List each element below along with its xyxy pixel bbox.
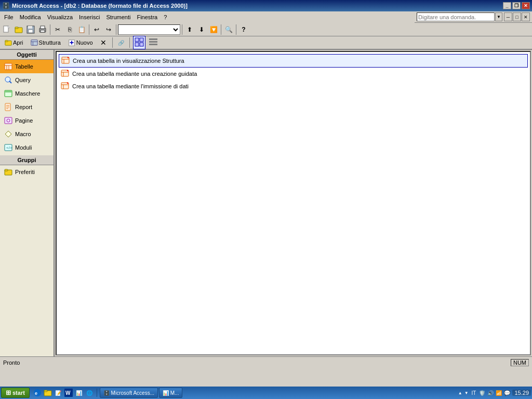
nav-moduli[interactable]: </> Moduli	[0, 141, 54, 154]
help-btn[interactable]: ?	[238, 24, 249, 35]
nav-pagine[interactable]: Pagine	[0, 114, 54, 127]
pagine-label: Pagine	[15, 117, 33, 124]
nav-preferiti[interactable]: Preferiti	[0, 165, 54, 179]
db-toolbar: Apri Struttura Nuovo ✕ 🔗	[0, 36, 532, 50]
quick-launch-3[interactable]: 📊	[74, 388, 84, 397]
redo-btn[interactable]: ↪	[103, 24, 114, 35]
toolbar-separator-1	[50, 24, 50, 35]
search-input[interactable]	[417, 12, 495, 21]
open-btn[interactable]	[13, 24, 24, 35]
taskbar-scroll-up[interactable]: ▲	[458, 391, 462, 395]
svg-text:W: W	[65, 390, 71, 396]
taskbar-item-2[interactable]: 📊 M...	[159, 388, 182, 398]
close-button[interactable]: ✕	[522, 2, 530, 9]
main-area: Oggetti Tabelle Query Maschere	[0, 50, 532, 356]
status-right: NUM	[511, 359, 529, 366]
struttura-btn[interactable]: Struttura	[28, 37, 63, 48]
quick-launch-2[interactable]: 📝	[54, 388, 63, 397]
taskbar-access-item[interactable]: 🗄️ Microsoft Access...	[100, 388, 158, 398]
menu-inserisci[interactable]: Inserisci	[76, 13, 103, 21]
menu-bar: File Modifica Visualizza Inserisci Strum…	[0, 11, 415, 23]
menu-strumenti[interactable]: Strumenti	[103, 13, 134, 21]
start-button[interactable]: ⊞ start	[1, 388, 30, 398]
toolbar-separator-4	[182, 24, 182, 35]
create-guidata-icon	[61, 69, 69, 78]
oggetti-header: Oggetti	[0, 50, 54, 60]
delete-btn[interactable]: ✕	[98, 37, 109, 48]
nuovo-db-btn[interactable]: Nuovo	[65, 37, 96, 48]
quick-launch-word[interactable]: W	[64, 388, 73, 397]
create-dati-label: Crea una tabella mediante l'immissione d…	[72, 83, 189, 89]
menu-help[interactable]: ?	[161, 13, 170, 21]
svg-rect-24	[149, 41, 157, 43]
preferiti-label: Preferiti	[15, 169, 35, 175]
cut-btn[interactable]: ✂	[52, 24, 63, 35]
search-dropdown-btn[interactable]: ▼	[495, 12, 502, 21]
taskbar-scroll-down[interactable]: ▼	[464, 391, 469, 395]
nav-macro[interactable]: Macro	[0, 127, 54, 141]
status-bar: Pronto NUM	[0, 356, 532, 368]
menu-visualizza[interactable]: Visualizza	[44, 13, 76, 21]
nuovo-label: Nuovo	[76, 39, 93, 46]
save-btn[interactable]	[25, 24, 36, 35]
title-bar-controls: _ ❐ ✕	[503, 2, 530, 9]
query-label: Query	[15, 77, 31, 83]
taskbar: ⊞ start e 📝 W 📊 🌐 🗄️ Microsoft Access...…	[0, 387, 532, 399]
db-toolbar-sep2	[129, 37, 130, 48]
close-app-btn[interactable]: ✕	[522, 12, 530, 21]
quick-launch-4[interactable]: 🌐	[85, 388, 94, 397]
svg-rect-9	[41, 26, 45, 29]
create-dati-item[interactable]: Crea una tabella mediante l'immissione d…	[59, 80, 528, 92]
small-icons-btn[interactable]	[148, 36, 159, 49]
num-indicator: NUM	[511, 359, 529, 366]
create-guidata-item[interactable]: Crea una tabella mediante una creazione …	[59, 68, 528, 80]
toolbar-separator-5	[221, 24, 221, 35]
taskbar-right: ▲ ▼ IT 🛡️ 🔊 📶 💬 15.29	[458, 390, 531, 396]
relationships-btn[interactable]: 🔗	[116, 39, 126, 47]
svg-rect-7	[29, 30, 33, 33]
undo-btn[interactable]: ↩	[91, 24, 102, 35]
restore-app-btn[interactable]: □	[513, 12, 521, 21]
style-combo[interactable]	[118, 24, 180, 35]
sort-desc-btn[interactable]: ⬇	[196, 24, 207, 35]
nav-report[interactable]: Report	[0, 100, 54, 114]
restore-button[interactable]: ❐	[512, 2, 521, 9]
nav-maschere[interactable]: Maschere	[0, 87, 54, 100]
quick-launch-ie[interactable]: e	[33, 388, 42, 397]
clock: 15.29	[512, 390, 531, 396]
tabelle-label: Tabelle	[15, 63, 33, 70]
svg-rect-33	[5, 91, 11, 92]
quick-launch-explorer[interactable]	[43, 388, 52, 397]
tray-icon-4: 💬	[504, 390, 510, 396]
toolbar-separator-3	[116, 24, 116, 35]
moduli-icon: </>	[4, 143, 12, 152]
find-btn[interactable]: 🔍	[223, 24, 234, 35]
new-btn[interactable]	[1, 24, 12, 35]
title-bar-left: 🗄️ Microsoft Access - [db2 : Database (f…	[2, 2, 188, 9]
taskbar-sep	[97, 389, 97, 397]
menu-finestra[interactable]: Finestra	[134, 13, 161, 21]
sort-asc-btn[interactable]: ⬆	[184, 24, 195, 35]
status-text: Pronto	[3, 360, 20, 366]
svg-marker-2	[8, 26, 10, 28]
print-btn[interactable]	[37, 24, 48, 35]
nav-query[interactable]: Query	[0, 73, 54, 87]
copy-btn[interactable]: ⎘	[64, 24, 75, 35]
menu-modifica[interactable]: Modifica	[17, 13, 44, 21]
right-panel: Crea una tabella in visualizzazione Stru…	[56, 51, 531, 355]
toolbar-separator-6	[236, 24, 236, 35]
create-struttura-item[interactable]: Crea una tabella in visualizzazione Stru…	[59, 54, 528, 68]
create-struttura-icon	[61, 56, 70, 65]
report-label: Report	[15, 104, 32, 110]
filter-btn[interactable]: 🔽	[208, 24, 219, 35]
help-icon-btn[interactable]: ─	[504, 12, 512, 21]
large-icons-btn[interactable]	[133, 36, 145, 49]
title-bar: 🗄️ Microsoft Access - [db2 : Database (f…	[0, 0, 532, 11]
minimize-button[interactable]: _	[503, 2, 511, 9]
report-icon	[4, 103, 12, 111]
paste-btn[interactable]: 📋	[76, 24, 87, 35]
nav-tabelle[interactable]: Tabelle	[0, 60, 54, 73]
main-toolbar: ✂ ⎘ 📋 ↩ ↪ ⬆ ⬇ 🔽 🔍 ?	[0, 23, 532, 36]
menu-file[interactable]: File	[1, 13, 17, 21]
apri-btn[interactable]: Apri	[2, 37, 26, 48]
